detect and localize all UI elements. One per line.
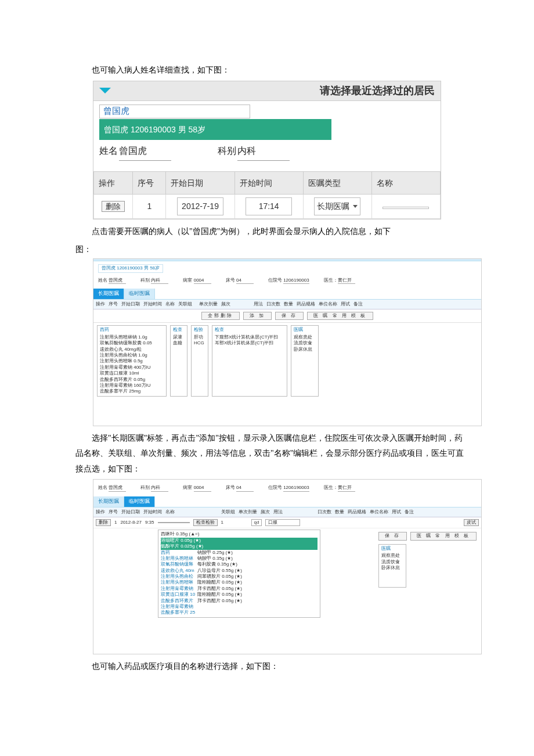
s3-suggest-hl2[interactable]: 氨酚平片 0.025g (★) — [161, 543, 317, 549]
s3-template-button[interactable]: 医 嘱 常 用 模 板 — [410, 532, 477, 540]
list-item[interactable]: HCG — [194, 340, 205, 346]
list-item[interactable]: 卧床休息 — [294, 347, 316, 352]
list-item[interactable]: 间苯磺胺片 0.05g (★) — [197, 574, 242, 579]
list-item[interactable]: 盐酸多西环素片 0.05g — [100, 377, 164, 383]
paragraph-2b: 图： — [75, 242, 470, 258]
list-item[interactable]: 速效救心丸 40m — [161, 568, 195, 574]
gh-4: 名称 — [165, 301, 175, 307]
delete-all-button[interactable]: 全部删除 — [201, 312, 240, 320]
list-item[interactable]: 下腹部X线计算机体层(CT)平扫 — [215, 334, 284, 340]
list-item[interactable]: 注射用头孢唑啉 — [161, 579, 195, 585]
s3-skin-test-button[interactable]: 皮试 — [464, 519, 479, 526]
list-item[interactable]: 盐酸多西环素片 — [161, 598, 195, 604]
template-button[interactable]: 医 嘱 常 用 模 板 — [307, 312, 373, 320]
tab-long-term[interactable]: 长期医嘱 — [93, 289, 124, 299]
list-item[interactable]: 注射用头孢曲松 — [161, 574, 195, 579]
panel-order-title: 医嘱 — [294, 327, 316, 333]
meta-hosp: 1206190003 — [283, 278, 309, 284]
list-item[interactable]: 双黄连口服液 10 — [161, 592, 195, 597]
s3gh-7: 频次 — [261, 509, 270, 515]
col-date: 开始日期 — [166, 171, 234, 195]
s3-ward: 0004 — [194, 485, 211, 491]
list-item[interactable]: 注射用头孢唑林钠 1.0g — [100, 334, 164, 340]
list-item[interactable]: 拜卡西醋片 0.05g (★) — [197, 586, 242, 592]
list-item[interactable]: 流质饮食 — [294, 340, 316, 346]
s3-panel-order: 医嘱 观察患处流质饮食卧床休息 — [378, 544, 406, 588]
time-input[interactable]: 17:14 — [246, 197, 292, 215]
list-item[interactable]: 每利胶囊 0.35g (★) — [197, 561, 242, 567]
s3-delete-button[interactable]: 删除 — [96, 519, 111, 526]
delete-button[interactable]: 删除 — [102, 201, 125, 212]
s3-exam-button[interactable]: 检查检验 — [193, 519, 218, 526]
meta-name: 曾国虎 — [109, 278, 126, 284]
s3-usage-select[interactable]: 口服 — [265, 519, 300, 526]
s3-suggest-hl1[interactable]: 溶细嘧片 0.05g (★) — [161, 538, 317, 543]
s3-bed: 04 — [236, 485, 254, 491]
list-item[interactable]: 注射用头孢唑林 — [161, 556, 195, 561]
panel-exam: 检查 下腹部X线计算机体层(CT)平扫耳部X线计算机体层(CT)平扫 — [212, 325, 287, 396]
tab-temp[interactable]: 临时医嘱 — [124, 289, 155, 299]
list-item[interactable]: 八珍益母片 0.55g (★) — [197, 568, 242, 574]
list-item[interactable]: 隆刚糖醋片 0.05g (★) — [197, 592, 242, 597]
patient-pill[interactable]: 曾国虎 1206190003 男 58岁 — [98, 264, 163, 272]
list-item[interactable]: 尿液 — [173, 334, 185, 340]
gh-8: 用法 — [254, 301, 263, 307]
meta-bed-label: 床号 — [226, 278, 235, 283]
order-type-select[interactable]: 长期医嘱 — [314, 197, 360, 215]
s3gh-12: 单位名称 — [370, 509, 388, 515]
search-suggestion[interactable]: 曾国虎 1206190003 男 58岁 — [99, 119, 331, 141]
list-item[interactable]: 钠羧甲 0.25g (★) — [197, 550, 242, 556]
list-item[interactable]: 注射用青霉素钠 — [161, 586, 195, 592]
dropdown-arrow-icon[interactable] — [99, 88, 111, 93]
meta-doctor: 黄仁开 — [338, 278, 355, 284]
s3-dept: 内科 — [151, 485, 168, 491]
s3-save-button[interactable]: 保 存 — [378, 532, 407, 540]
list-item[interactable]: 拜卡西醋片 0.05g (★) — [197, 598, 242, 604]
list-item[interactable]: 血糖 — [173, 340, 185, 346]
list-item[interactable]: 注射用青霉素钠 400万IU — [100, 365, 164, 370]
gh-9: 日次数 — [266, 301, 280, 307]
patient-search-input[interactable] — [99, 105, 250, 118]
order-type-value: 长期医嘱 — [317, 199, 349, 214]
panel-test1-title: 检查 — [173, 327, 185, 333]
list-item[interactable]: 肝功 — [194, 334, 205, 340]
s3-tab-long-term[interactable]: 长期医嘱 — [93, 496, 124, 507]
list-item[interactable]: 西药 — [161, 550, 195, 556]
gh-6: 单次剂量 — [199, 301, 218, 307]
list-item[interactable]: 盐酸多塞平片 25mg — [100, 388, 164, 394]
date-input[interactable]: 2012-7-19 — [177, 197, 223, 215]
order-name-input[interactable] — [383, 207, 429, 209]
list-item[interactable]: 注射用头孢曲松钠 1.0g — [100, 352, 164, 358]
paragraph-4: 也可输入药品或医疗项目的名称进行选择，如下图： — [75, 659, 470, 675]
s3-panel-order-title: 医嘱 — [381, 546, 403, 552]
list-item[interactable]: 双氯芬酸钠缓释胶囊 0.05 — [100, 340, 164, 346]
list-item[interactable]: 钠羧甲 0.35g (★) — [197, 556, 242, 561]
add-button[interactable]: 添 加 — [243, 312, 272, 320]
list-item[interactable]: 双黄连口服液 10ml — [100, 370, 164, 376]
gh-7: 频次 — [221, 301, 250, 307]
s3-tab-temp[interactable]: 临时医嘱 — [124, 496, 155, 507]
meta-bed: 04 — [236, 278, 254, 284]
list-item[interactable]: 盐酸多塞平片 25 — [161, 610, 195, 615]
list-item[interactable]: 注射用青霉素钠 160万IU — [100, 383, 164, 388]
list-item[interactable]: 观察患处 — [381, 553, 403, 559]
list-item[interactable]: 观察患处 — [294, 334, 316, 340]
s3-suggest-head[interactable]: 西眯叶 0.35g (▲=) — [161, 531, 317, 537]
save-button[interactable]: 保 存 — [275, 312, 304, 320]
list-item[interactable]: 卧床休息 — [381, 565, 403, 571]
s3gh-9: 日次数 — [317, 509, 331, 515]
s3-dept-label: 科别 — [140, 485, 150, 490]
s3-bed-label: 床号 — [226, 485, 235, 490]
list-item[interactable]: 双氯芬酸钠缓释 — [161, 561, 195, 567]
list-item[interactable]: 注射用青霉素钠 — [161, 604, 195, 610]
list-item[interactable]: 耳部X线计算机体层(CT)平扫 — [215, 340, 284, 346]
gh-0: 操作 — [96, 301, 105, 307]
panel-order: 医嘱 观察患处流质饮食卧床休息 — [291, 325, 319, 396]
paragraph-2a: 点击需要开医嘱的病人（以"曾国虎"为例），此时界面会显示病人的入院信息，如下 — [75, 224, 470, 240]
list-item[interactable]: 速效救心丸 40mg/粒 — [100, 347, 164, 352]
list-item[interactable]: 隆刚糖醋片 0.05g (★) — [197, 579, 242, 585]
s3-freq-select[interactable]: qd — [251, 519, 262, 526]
s3-name-input[interactable] — [158, 522, 190, 523]
list-item[interactable]: 流质饮食 — [381, 559, 403, 565]
list-item[interactable]: 注射用头孢唑啉 0.5g — [100, 358, 164, 364]
